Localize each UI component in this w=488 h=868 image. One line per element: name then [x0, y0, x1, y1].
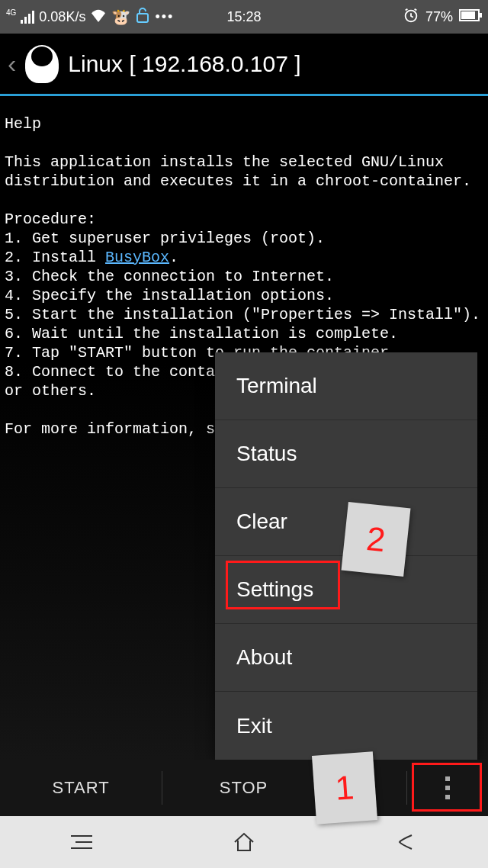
app-icon: 🐮 [111, 8, 130, 26]
more-notifications-icon: ••• [155, 9, 174, 25]
kebab-icon [445, 776, 450, 799]
menu-item-clear[interactable]: Clear [215, 488, 477, 556]
overflow-button[interactable] [407, 760, 488, 816]
home-icon [231, 829, 257, 855]
more-info: For more information, see [5, 420, 233, 438]
step-1: 1. Get superuser privileges (root). [5, 230, 325, 247]
procedure-label: Procedure: [5, 211, 96, 228]
step-2: 2. Install [5, 249, 105, 266]
battery-percent: 77% [425, 9, 453, 25]
signal-icon [21, 10, 34, 24]
back-icon[interactable]: ‹ [8, 49, 16, 79]
network-type: 4G [6, 8, 16, 17]
back-arrow-icon [393, 829, 419, 855]
menu-item-terminal[interactable]: Terminal [215, 352, 477, 420]
svg-rect-4 [480, 13, 482, 18]
download-button[interactable] [326, 760, 406, 816]
menu-item-status[interactable]: Status [215, 420, 477, 488]
wifi-icon [90, 8, 107, 26]
menu-item-settings[interactable]: Settings [215, 556, 477, 624]
step-3: 3. Check the connection to Internet. [5, 268, 334, 285]
nav-home-button[interactable] [229, 827, 259, 857]
android-nav-bar [0, 816, 488, 868]
alarm-icon [403, 7, 419, 27]
step-6: 6. Wait until the installation is comple… [5, 325, 398, 342]
android-status-bar: 4G 0.08K/s 🐮 ••• 15:28 77% [0, 0, 488, 34]
start-button[interactable]: START [0, 760, 162, 816]
svg-rect-3 [461, 11, 475, 19]
help-intro: This application installs the selected G… [5, 153, 471, 190]
clock: 15:28 [226, 9, 261, 25]
svg-rect-0 [137, 14, 148, 22]
menu-icon [71, 835, 92, 849]
lock-icon [135, 7, 150, 27]
nav-recent-button[interactable] [66, 827, 97, 857]
stop-button[interactable]: STOP [162, 760, 324, 816]
app-header: ‹ Linux [ 192.168.0.107 ] [0, 34, 488, 96]
tux-icon [25, 45, 59, 83]
busybox-link[interactable]: BusyBox [105, 249, 169, 266]
battery-icon [459, 9, 482, 25]
download-icon [355, 777, 377, 799]
data-speed: 0.08K/s [39, 9, 85, 25]
nav-back-button[interactable] [391, 827, 422, 857]
step-5: 5. Start the installation ("Properties =… [5, 306, 480, 323]
menu-item-about[interactable]: About [215, 624, 477, 692]
app-title: Linux [ 192.168.0.107 ] [68, 51, 300, 77]
overflow-menu: Terminal Status Clear Settings About Exi… [215, 352, 477, 760]
step-4: 4. Specify the installation options. [5, 287, 334, 304]
help-heading: Help [5, 115, 41, 133]
bottom-toolbar: START STOP [0, 760, 488, 816]
menu-item-exit[interactable]: Exit [215, 692, 477, 760]
